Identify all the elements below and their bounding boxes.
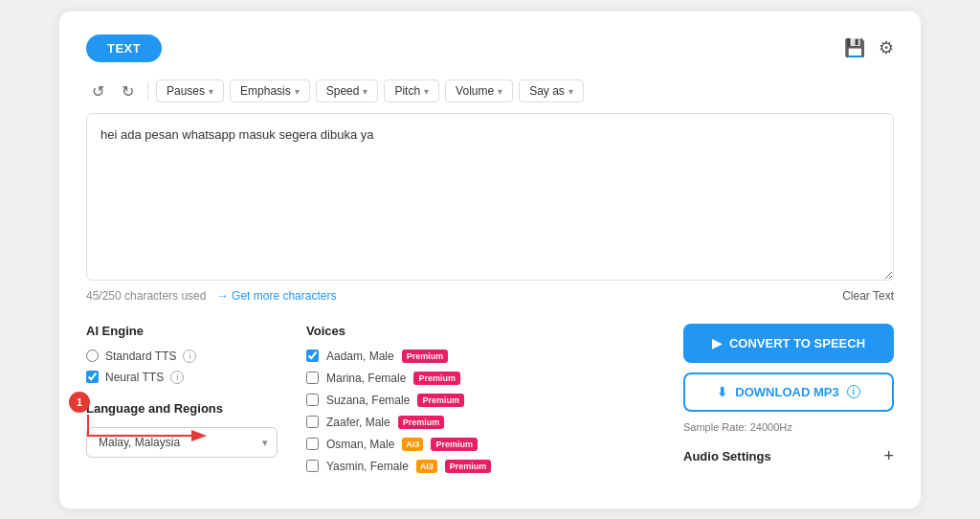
pitch-dropdown[interactable]: Pitch ▾ [384, 79, 439, 102]
emphasis-dropdown[interactable]: Emphasis ▾ [230, 79, 310, 102]
chevron-down-icon: ▾ [209, 86, 213, 97]
voice-row-aadam: Aadam, Male Premium [306, 350, 498, 363]
volume-dropdown[interactable]: Volume ▾ [445, 79, 513, 102]
voice-suzana-name: Suzana, Female [326, 394, 410, 407]
download-info-icon[interactable]: i [847, 385, 860, 398]
audio-settings-label: Audio Settings [683, 449, 771, 463]
save-icon: 💾 [844, 37, 865, 58]
redo-button[interactable]: ↻ [116, 79, 140, 103]
get-more-chars-link[interactable]: → Get more characters [217, 289, 337, 303]
neural-tts-checkbox[interactable] [86, 371, 99, 383]
save-button[interactable]: 💾 [844, 37, 865, 58]
voice-osman-ai3-badge: AI3 [402, 438, 423, 451]
chevron-down-icon: ▾ [424, 86, 429, 97]
chevron-down-icon: ▾ [295, 86, 300, 97]
convert-to-speech-button[interactable]: ▶ CONVERT TO SPEECH [683, 324, 894, 363]
header: TEXT 💾 ⚙ [86, 34, 894, 62]
voice-osman-checkbox[interactable] [306, 438, 319, 450]
voice-marina-name: Marina, Female [326, 372, 406, 385]
toolbar-separator [147, 81, 148, 101]
chars-used: 45/250 characters used [86, 289, 206, 303]
voice-yasmin-ai3-badge: AI3 [416, 460, 437, 473]
play-icon: ▶ [712, 336, 722, 350]
main-card: TEXT 💾 ⚙ ↺ ↻ Pauses ▾ Emphasis ▾ Speed ▾… [59, 11, 921, 508]
voices-section: Voices Aadam, Male Premium Marina, Femal… [306, 324, 498, 482]
annotation-1: 1 [69, 392, 241, 449]
neural-tts-row: Neural TTS i [86, 371, 278, 384]
voice-aadam-name: Aadam, Male [326, 350, 394, 363]
voice-yasmin-checkbox[interactable] [306, 460, 319, 472]
voice-zaafer-checkbox[interactable] [306, 416, 319, 428]
header-icons: 💾 ⚙ [844, 37, 894, 58]
voice-yasmin-name: Yasmin, Female [326, 460, 409, 473]
standard-tts-radio[interactable] [86, 350, 99, 362]
chevron-down-icon: ▾ [498, 86, 502, 97]
char-info: 45/250 characters used → Get more charac… [86, 289, 894, 303]
voice-aadam-badge: Premium [402, 350, 449, 363]
settings-button[interactable]: ⚙ [879, 37, 894, 58]
voice-row-yasmin: Yasmin, Female AI3 Premium [306, 460, 498, 473]
audio-settings-row: Audio Settings + [683, 446, 894, 466]
text-editor[interactable]: hei ada pesan whatsapp masuk segera dibu… [86, 113, 894, 281]
download-mp3-button[interactable]: ⬇ DOWNLOAD MP3 i [683, 372, 894, 412]
pauses-dropdown[interactable]: Pauses ▾ [156, 79, 224, 102]
standard-tts-info-icon[interactable]: i [183, 350, 196, 363]
speed-dropdown[interactable]: Speed ▾ [316, 79, 379, 102]
voice-aadam-checkbox[interactable] [306, 350, 319, 362]
voice-row-zaafer: Zaafer, Male Premium [306, 416, 498, 429]
toolbar: ↺ ↻ Pauses ▾ Emphasis ▾ Speed ▾ Pitch ▾ … [86, 79, 894, 103]
voice-osman-name: Osman, Male [326, 438, 394, 451]
gear-icon: ⚙ [879, 37, 894, 58]
voice-osman-premium-badge: Premium [431, 438, 478, 451]
actions-section: ▶ CONVERT TO SPEECH ⬇ DOWNLOAD MP3 i Sam… [526, 324, 894, 482]
voice-marina-checkbox[interactable] [306, 372, 319, 384]
audio-settings-expand-button[interactable]: + [883, 446, 894, 466]
standard-tts-row: Standard TTS i [86, 350, 278, 363]
voice-row-osman: Osman, Male AI3 Premium [306, 438, 498, 451]
text-tab-button[interactable]: TEXT [86, 34, 162, 62]
voice-suzana-checkbox[interactable] [306, 394, 319, 406]
voice-zaafer-badge: Premium [398, 416, 445, 429]
sample-rate: Sample Rate: 24000Hz [683, 421, 894, 433]
chevron-down-icon: ▾ [363, 86, 368, 97]
chevron-down-icon: ▾ [568, 86, 573, 97]
download-icon: ⬇ [717, 385, 727, 399]
voice-row-marina: Marina, Female Premium [306, 372, 498, 385]
ai-engine-title: AI Engine [86, 324, 278, 338]
neural-tts-label: Neural TTS [105, 371, 164, 384]
voices-title: Voices [306, 324, 498, 338]
voice-zaafer-name: Zaafer, Male [326, 416, 390, 429]
standard-tts-label: Standard TTS [105, 350, 176, 363]
say-as-dropdown[interactable]: Say as ▾ [519, 79, 584, 102]
voice-suzana-badge: Premium [417, 394, 464, 407]
voice-yasmin-premium-badge: Premium [445, 460, 492, 473]
voice-row-suzana: Suzana, Female Premium [306, 394, 498, 407]
neural-tts-info-icon[interactable]: i [170, 371, 184, 384]
clear-text-button[interactable]: Clear Text [842, 289, 894, 303]
undo-button[interactable]: ↺ [86, 79, 110, 103]
voice-marina-badge: Premium [413, 372, 460, 385]
